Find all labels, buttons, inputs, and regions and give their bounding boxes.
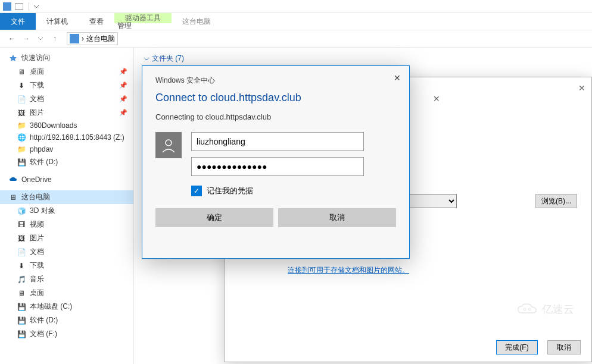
sidebar-item-desktop2[interactable]: 🖥桌面: [0, 286, 133, 300]
breadcrumb-location[interactable]: 这台电脑: [86, 34, 115, 44]
picture-icon: 🖼: [17, 109, 26, 117]
pin-icon: 📌: [119, 95, 127, 103]
pin-icon: 📌: [119, 109, 127, 117]
onedrive-icon: [8, 175, 18, 184]
sidebar-label: OneDrive: [21, 175, 52, 184]
document-icon: 📄: [17, 95, 26, 103]
download-icon: ⬇: [17, 81, 26, 90]
folder-header-label: 文件夹 (7): [152, 54, 184, 64]
pin-icon: 📌: [119, 81, 127, 89]
remember-label: 记住我的凭据: [207, 186, 253, 196]
sidebar-label: 软件 (D:): [30, 157, 58, 167]
sidebar-item-music[interactable]: 🎵音乐: [0, 272, 133, 286]
inner-close-button[interactable]: ✕: [433, 94, 440, 103]
sidebar-item-netdrive[interactable]: 🌐http://192.168.1.105:8443 (Z:): [0, 131, 133, 143]
navigation-bar: ← → ↑ › 这台电脑: [0, 30, 592, 48]
sidebar-item-desktop[interactable]: 🖥桌面📌: [0, 65, 133, 79]
pc-icon: [70, 34, 79, 43]
sidebar-item-drive-f[interactable]: 💾文档 (F:): [0, 327, 133, 341]
svg-rect-1: [15, 4, 23, 10]
user-avatar-icon: [155, 132, 182, 158]
sidebar-item-videos[interactable]: 🎞视频: [0, 218, 133, 231]
sidebar-item-drive-d2[interactable]: 💾软件 (D:): [0, 313, 133, 327]
sidebar-label: 文档: [30, 94, 44, 104]
drive-icon: 💾: [17, 303, 26, 311]
svg-point-2: [166, 140, 172, 146]
folder-group-header[interactable]: 文件夹 (7): [144, 54, 582, 64]
sidebar-label: 音乐: [30, 274, 44, 284]
sidebar-label: 快速访问: [21, 53, 50, 63]
window-title: 这台电脑: [172, 13, 222, 30]
qat-properties-icon[interactable]: [14, 2, 24, 11]
sidebar-item-downloads[interactable]: ⬇下载📌: [0, 79, 133, 92]
finish-button[interactable]: 完成(F): [496, 340, 538, 354]
sidebar-label: 下载: [30, 80, 44, 90]
tab-file[interactable]: 文件: [0, 13, 36, 30]
sidebar-item-drive-c[interactable]: 💾本地磁盘 (C:): [0, 300, 133, 313]
folder-icon: 📁: [17, 145, 26, 153]
folder-icon: 📁: [17, 121, 26, 130]
breadcrumb-sep: ›: [82, 34, 84, 43]
sidebar-item-360downloads[interactable]: 📁360Downloads: [0, 120, 133, 131]
nav-back-button[interactable]: ←: [5, 32, 19, 46]
username-input[interactable]: [191, 132, 364, 151]
sidebar-label: 桌面: [30, 288, 44, 298]
watermark-text: 亿速云: [542, 302, 574, 316]
3d-icon: 🧊: [17, 207, 26, 215]
credential-dialog: Windows 安全中心 ✕ Connect to cloud.httpsdav…: [142, 65, 410, 259]
sidebar-label: http://192.168.1.105:8443 (Z:): [30, 133, 124, 142]
password-input[interactable]: [191, 157, 364, 176]
app-icon: [2, 2, 12, 11]
dialog-heading: Connect to cloud.httpsdav.club: [155, 92, 396, 104]
address-bar[interactable]: › 这台电脑: [67, 32, 118, 45]
sidebar-this-pc[interactable]: 🖥这台电脑: [0, 190, 133, 204]
cancel-button[interactable]: 取消: [278, 208, 396, 227]
cloud-logo-icon: [516, 302, 540, 316]
close-button[interactable]: ✕: [578, 83, 585, 93]
tab-computer[interactable]: 计算机: [36, 13, 79, 30]
dialog-close-button[interactable]: ✕: [394, 73, 401, 83]
sidebar-label: 本地磁盘 (C:): [30, 302, 72, 312]
sidebar-item-pictures2[interactable]: 🖼图片: [0, 231, 133, 245]
sidebar-quick-access[interactable]: 快速访问: [0, 51, 133, 65]
ribbon-tabs: 文件 计算机 查看 驱动器工具 这台电脑: [0, 13, 592, 30]
sidebar-label: 这台电脑: [21, 192, 50, 202]
title-bar: [0, 0, 592, 13]
chevron-down-icon: [144, 56, 149, 62]
sidebar-label: phpdav: [30, 145, 53, 153]
sidebar-label: 桌面: [30, 67, 44, 77]
sidebar-item-documents[interactable]: 📄文档📌: [0, 92, 133, 106]
picture-icon: 🖼: [17, 234, 26, 243]
nav-up-button[interactable]: ↑: [48, 32, 62, 46]
desktop-icon: 🖥: [17, 289, 26, 297]
drive-icon: 💾: [17, 330, 26, 338]
ok-button[interactable]: 确定: [155, 208, 273, 227]
video-icon: 🎞: [17, 221, 26, 229]
sidebar-label: 软件 (D:): [30, 315, 58, 325]
sidebar-item-documents2[interactable]: 📄文档: [0, 245, 133, 259]
browse-button[interactable]: 浏览(B)...: [535, 194, 577, 208]
qat-dropdown-icon[interactable]: [32, 2, 41, 11]
pin-icon: 📌: [119, 68, 127, 76]
drive-icon: 💾: [17, 158, 26, 167]
sidebar-item-downloads2[interactable]: ⬇下载: [0, 259, 133, 272]
sidebar-label: 文档: [30, 247, 44, 257]
tab-manage[interactable]: 管理: [105, 19, 144, 33]
checkbox-checked-icon[interactable]: ✓: [191, 186, 202, 196]
sidebar-label: 视频: [30, 219, 44, 230]
sidebar-label: 文档 (F:): [30, 329, 57, 339]
remember-checkbox-row[interactable]: ✓ 记住我的凭据: [191, 186, 396, 196]
help-link[interactable]: 连接到可用于存储文档和图片的网站。: [288, 265, 409, 275]
nav-recent-dropdown[interactable]: [33, 32, 48, 46]
sidebar-item-pictures[interactable]: 🖼图片📌: [0, 106, 133, 120]
sidebar-item-3d[interactable]: 🧊3D 对象: [0, 204, 133, 218]
dialog-title: Windows 安全中心: [155, 76, 396, 86]
sidebar-onedrive[interactable]: OneDrive: [0, 174, 133, 186]
svg-point-3: [524, 308, 526, 310]
sidebar-item-drive-d[interactable]: 💾软件 (D:): [0, 155, 133, 169]
cancel-button[interactable]: 取消: [547, 340, 581, 354]
navigation-pane: 快速访问 🖥桌面📌 ⬇下载📌 📄文档📌 🖼图片📌 📁360Downloads 🌐…: [0, 48, 134, 364]
sidebar-label: 图片: [30, 233, 44, 243]
nav-forward-button[interactable]: →: [19, 32, 33, 46]
sidebar-item-phpdav[interactable]: 📁phpdav: [0, 143, 133, 155]
